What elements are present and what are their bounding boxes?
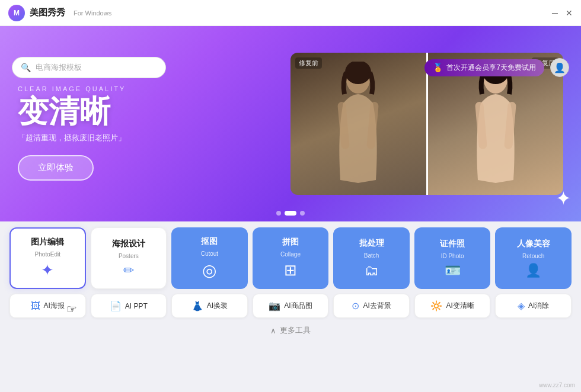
tools-area: 图片编辑 PhotoEdit ✦ 海报设计 Posters ✏ 抠图 Cutou…	[0, 221, 581, 392]
ai-bg-remove-icon: ⊙	[352, 300, 359, 311]
ai-poster-label: AI海报	[44, 301, 65, 311]
dot-2[interactable]	[285, 211, 296, 216]
tool-photo-edit-zh: 图片编辑	[31, 237, 64, 248]
ai-poster[interactable]: 🖼 AI海报	[9, 294, 86, 318]
retouch-icon: 👤	[525, 263, 541, 278]
id-photo-icon: 🪪	[445, 263, 461, 278]
tool-batch-en: Batch	[364, 252, 379, 259]
banner-title: 变清晰	[18, 96, 126, 127]
logo-icon: M	[8, 5, 25, 21]
tool-posters[interactable]: 海报设计 Posters ✏	[91, 227, 167, 289]
ai-erase[interactable]: ◈ AI消除	[495, 294, 572, 318]
banner-cta-button[interactable]: 立即体验	[18, 155, 94, 181]
dot-1[interactable]	[276, 211, 281, 216]
app-name: 美图秀秀	[30, 7, 65, 18]
ai-ppt-label: AI PPT	[125, 302, 148, 310]
ai-ppt[interactable]: 📄 AI PPT	[91, 294, 167, 318]
tool-retouch-en: Retouch	[522, 253, 544, 259]
cutout-icon: ◎	[202, 261, 216, 280]
ai-sharpen-label: AI变清晰	[446, 301, 474, 311]
tool-id-photo-zh: 证件照	[440, 239, 465, 249]
ai-bg-remove[interactable]: ⊙ AI去背景	[333, 294, 410, 318]
user-avatar[interactable]: 👤	[550, 58, 569, 77]
posters-icon: ✏	[123, 263, 134, 278]
tool-collage-en: Collage	[280, 251, 301, 258]
tool-retouch-zh: 人像美容	[517, 239, 550, 249]
tool-batch[interactable]: 批处理 Batch 🗂	[333, 227, 410, 289]
tool-grid: 图片编辑 PhotoEdit ✦ 海报设计 Posters ✏ 抠图 Cutou…	[9, 227, 572, 289]
girl-before-svg	[325, 62, 391, 195]
tool-photo-edit[interactable]: 图片编辑 PhotoEdit ✦	[9, 227, 86, 289]
close-button[interactable]: ✕	[566, 9, 573, 17]
promo-badge[interactable]: 🏅 首次开通会员享7天免费试用	[424, 59, 544, 76]
tool-cutout-en: Cutout	[201, 250, 218, 257]
avatar-icon: 👤	[554, 62, 566, 73]
more-tools-button[interactable]: ∧ 更多工具	[9, 323, 572, 338]
tool-photo-edit-en: PhotoEdit	[35, 251, 60, 258]
banner-subtitle-small: CLEAR IMAGE QUALITY	[18, 85, 126, 92]
window-controls: ─ ✕	[551, 9, 573, 17]
ai-product[interactable]: 📷 AI商品图	[253, 294, 329, 318]
ai-bg-remove-label: AI去背景	[363, 301, 391, 311]
banner: 🔍 电商海报模板 🏅 首次开通会员享7天免费试用 👤 CLEAR IMAGE Q…	[0, 26, 581, 221]
ai-sharpen-icon: 🔆	[430, 300, 442, 311]
ai-outfit[interactable]: 👗 AI换装	[171, 294, 248, 318]
tool-posters-zh: 海报设计	[112, 239, 145, 249]
watermark: www.zz7.com	[539, 382, 575, 388]
collage-icon: ⊞	[284, 261, 297, 279]
tool-id-photo-en: ID Photo	[441, 253, 464, 259]
girl-after-svg	[463, 62, 528, 195]
app-logo: M 美图秀秀 For Windows	[8, 5, 111, 21]
tool-cutout-zh: 抠图	[201, 236, 218, 247]
ai-ppt-icon: 📄	[110, 300, 122, 311]
photo-edit-icon: ✦	[41, 261, 54, 279]
ai-outfit-label: AI换装	[207, 301, 228, 311]
search-icon: 🔍	[21, 63, 31, 72]
tool-id-photo[interactable]: 证件照 ID Photo 🪪	[414, 227, 491, 289]
promo-label: 首次开通会员享7天免费试用	[446, 63, 536, 73]
ai-sharpen[interactable]: 🔆 AI变清晰	[414, 294, 491, 318]
ai-grid: 🖼 AI海报 📄 AI PPT 👗 AI换装 📷 AI商品图 ⊙ AI去背景 🔆…	[9, 294, 572, 318]
tool-retouch[interactable]: 人像美容 Retouch 👤	[495, 227, 572, 289]
search-placeholder: 电商海报模板	[36, 62, 82, 73]
promo-icon: 🏅	[433, 63, 443, 72]
more-tools-chevron: ∧	[270, 326, 276, 335]
tool-collage[interactable]: 拼图 Collage ⊞	[253, 227, 329, 289]
search-box[interactable]: 🔍 电商海报模板	[12, 57, 166, 78]
ai-poster-icon: 🖼	[31, 301, 40, 311]
dot-3[interactable]	[300, 211, 305, 216]
tool-cutout[interactable]: 抠图 Cutout ◎	[171, 227, 248, 289]
tool-posters-en: Posters	[119, 253, 139, 259]
ai-erase-icon: ◈	[518, 300, 525, 311]
sparkle-icon: ✦	[556, 187, 572, 210]
ai-product-label: AI商品图	[284, 301, 312, 311]
app-subtitle: For Windows	[74, 9, 111, 17]
tool-batch-zh: 批处理	[359, 238, 384, 249]
more-tools-label: 更多工具	[280, 325, 311, 336]
ai-product-icon: 📷	[269, 300, 280, 311]
banner-description: 「超清重现，拯救废旧老照片」	[18, 133, 126, 143]
minimize-button[interactable]: ─	[551, 9, 558, 17]
ai-erase-label: AI消除	[528, 301, 549, 311]
ai-outfit-icon: 👗	[191, 300, 203, 311]
title-bar: M 美图秀秀 For Windows ─ ✕	[0, 0, 581, 26]
banner-dots	[276, 211, 305, 216]
tool-collage-zh: 拼图	[282, 237, 299, 248]
search-area: 🔍 电商海报模板 🏅 首次开通会员享7天免费试用 👤	[12, 57, 569, 78]
batch-icon: 🗂	[365, 262, 379, 279]
